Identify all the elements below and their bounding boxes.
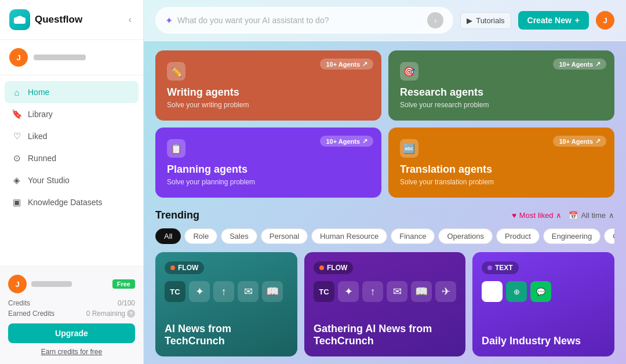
research-icon: 🎯 — [400, 62, 418, 81]
tutorials-button[interactable]: ▶ Tutorials — [460, 12, 511, 29]
logo-area: Questflow — [9, 9, 82, 30]
book-icon-2: 📖 — [411, 281, 432, 302]
sidebar-header: Questflow ‹ — [0, 0, 143, 40]
trending-controls: ♥ Most liked ∧ 📅 All time ∧ — [512, 211, 614, 220]
all-time-label: All time — [581, 211, 606, 220]
sidebar-item-studio[interactable]: ◈ Your Studio — [5, 169, 139, 191]
flow-dot-1 — [170, 265, 175, 270]
flow-dot-3 — [487, 265, 492, 270]
flow-title-1: AI News from TechCrunch — [165, 323, 288, 347]
tc-icon-2: TC — [314, 281, 334, 302]
agent-card-writing[interactable]: 10+ Agents ↗ ✏️ Writing agents Solve you… — [155, 50, 381, 121]
agent-card-translation[interactable]: 10+ Agents ↗ 🔤 Translation agents Solve … — [388, 128, 614, 198]
bottom-avatar: J — [8, 275, 27, 293]
sidebar-item-library[interactable]: 🔖 Library — [5, 103, 139, 125]
flow-tag-3: TEXT — [482, 261, 519, 274]
flow-label-1: FLOW — [178, 264, 198, 272]
research-desc: Solve your research problem — [400, 101, 603, 109]
sidebar-item-home[interactable]: ⌂ Home — [5, 81, 139, 103]
nav-label-home: Home — [28, 88, 49, 97]
tab-role[interactable]: Role — [184, 228, 217, 244]
user-name-bar — [34, 54, 86, 60]
search-bar[interactable]: ✦ What do you want your AI assistant to … — [155, 7, 453, 34]
sidebar-item-knowledge[interactable]: ▣ Knowledge Datasets — [5, 191, 139, 213]
tab-finance[interactable]: Finance — [391, 228, 435, 244]
sidebar-item-runned[interactable]: ⊙ Runned — [5, 147, 139, 169]
flow-icons-2: TC ✦ ↑ ✉ 📖 ✈ — [314, 281, 456, 302]
most-liked-label: Most liked — [519, 211, 554, 220]
search-arrow-button[interactable]: › — [427, 12, 443, 28]
translation-icon: 🔤 — [400, 139, 418, 158]
video-icon: ▶ — [467, 16, 472, 25]
translation-title: Translation agents — [400, 163, 603, 176]
earn-credits-link[interactable]: Earn credits for free — [8, 348, 135, 356]
topbar-avatar[interactable]: J — [596, 11, 614, 30]
translation-desc: Solve your translation problem — [400, 178, 603, 186]
tab-product[interactable]: Product — [496, 228, 540, 244]
info-icon: ? — [127, 310, 135, 318]
topbar: ✦ What do you want your AI assistant to … — [144, 0, 626, 41]
remaining-label: 0 Remaining — [86, 310, 125, 318]
sparkle-app-icon-2: ✦ — [338, 281, 359, 302]
collapse-button[interactable]: ‹ — [126, 12, 134, 27]
writing-icon: ✏️ — [167, 62, 185, 81]
heart-icon: ♡ — [12, 131, 22, 141]
credits-label: Credits — [8, 299, 30, 307]
mail-icon-2: ✉ — [387, 281, 407, 302]
most-liked-control[interactable]: ♥ Most liked ∧ — [512, 211, 562, 220]
nav-label-liked: Liked — [28, 132, 47, 141]
upgrade-button[interactable]: Upgrade — [8, 323, 135, 343]
agents-grid: 10+ Agents ↗ ✏️ Writing agents Solve you… — [155, 50, 614, 198]
flow-tag-1: FLOW — [165, 261, 204, 274]
tab-operations[interactable]: Operations — [438, 228, 493, 244]
planning-badge: 10+ Agents ↗ — [320, 136, 373, 147]
create-new-button[interactable]: Create New + — [518, 11, 589, 30]
plus-icon: + — [575, 16, 580, 25]
home-icon: ⌂ — [12, 87, 22, 97]
all-time-control[interactable]: 📅 All time ∧ — [569, 211, 614, 220]
flow-card-ai-news[interactable]: FLOW TC ✦ ↑ ✉ 📖 AI News from TechCrunch — [155, 252, 297, 356]
filter-tabs: All Role Sales Personal Human Resource F… — [155, 228, 614, 244]
avatar: J — [9, 48, 28, 67]
book-icon-1: 📖 — [262, 281, 283, 302]
tab-other[interactable]: Other — [604, 228, 614, 244]
research-badge: 10+ Agents ↗ — [553, 59, 606, 70]
sparkle-icon: ✦ — [165, 15, 173, 26]
flow-icons-1: TC ✦ ↑ ✉ 📖 — [165, 281, 288, 302]
bottom-user-row: J Free — [8, 275, 135, 293]
tab-personal[interactable]: Personal — [261, 228, 308, 244]
knowledge-icon: ▣ — [12, 197, 22, 208]
flow-label-2: FLOW — [327, 264, 347, 272]
telegram-icon: ✈ — [435, 281, 456, 302]
flow-card-daily[interactable]: TEXT G ⊕ 💬 Daily Industry News — [472, 252, 614, 356]
flow-card-gathering[interactable]: FLOW TC ✦ ↑ ✉ 📖 ✈ Gathering AI News from… — [304, 252, 465, 356]
bottom-user-name — [31, 281, 72, 287]
writing-desc: Solve your writing problem — [167, 101, 370, 109]
google-icon: G — [482, 281, 503, 302]
search-placeholder: What do you want your AI assistant to do… — [177, 16, 423, 25]
studio-icon: ◈ — [12, 175, 22, 185]
nav-label-studio: Your Studio — [28, 176, 70, 185]
logo-icon — [9, 9, 30, 30]
tab-human-resource[interactable]: Human Resource — [311, 228, 387, 244]
tab-all[interactable]: All — [155, 228, 181, 244]
flow-title-3: Daily Industry News — [482, 335, 605, 347]
agent-card-research[interactable]: 10+ Agents ↗ 🎯 Research agents Solve you… — [388, 50, 614, 121]
flow-title-2: Gathering AI News from TechCrunch — [314, 323, 456, 347]
nav-label-knowledge: Knowledge Datasets — [28, 198, 102, 207]
app-name: Questflow — [35, 14, 82, 26]
heart-filled-icon: ♥ — [512, 211, 516, 220]
gpt-icon: ⊕ — [506, 281, 527, 302]
play-icon: ⊙ — [12, 153, 22, 163]
sidebar-item-liked[interactable]: ♡ Liked — [5, 125, 139, 147]
flow-tag-2: FLOW — [314, 261, 353, 274]
planning-title: Planning agents — [167, 163, 370, 176]
nav-label-library: Library — [28, 110, 53, 119]
create-new-label: Create New — [527, 16, 572, 25]
agent-card-planning[interactable]: 10+ Agents ↗ 📋 Planning agents Solve you… — [155, 128, 381, 198]
credits-value: 0/100 — [118, 299, 135, 307]
flow-cards: FLOW TC ✦ ↑ ✉ 📖 AI News from TechCrunch … — [155, 252, 614, 356]
writing-title: Writing agents — [167, 86, 370, 99]
tab-engineering[interactable]: Engineering — [543, 228, 600, 244]
tab-sales[interactable]: Sales — [221, 228, 257, 244]
